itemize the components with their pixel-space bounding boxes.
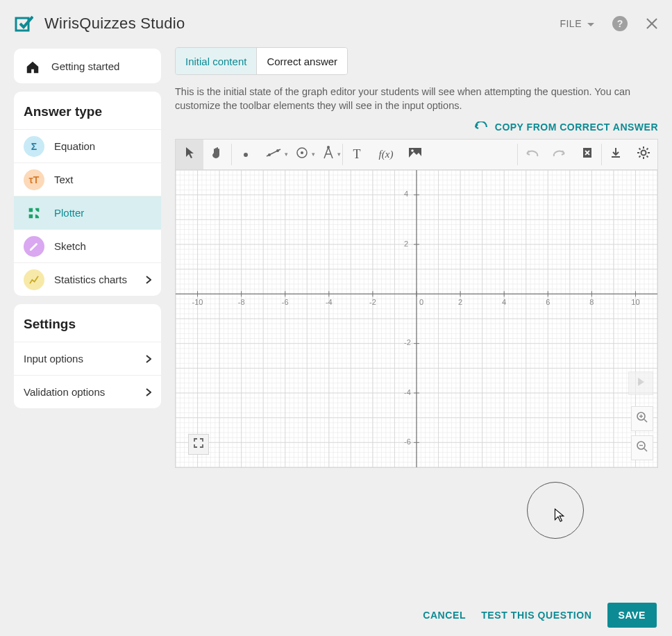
line-tool-dropdown[interactable]: ▾ [260, 140, 289, 169]
settings-input-options[interactable]: Input options [14, 342, 161, 375]
test-question-button[interactable]: TEST THIS QUESTION [481, 610, 591, 621]
hand-icon [212, 147, 223, 162]
tab-initial-content[interactable]: Initial content [176, 48, 257, 74]
play-button[interactable] [628, 371, 653, 395]
answer-type-label: Plotter [54, 207, 84, 219]
app-title: WirisQuizzes Studio [44, 15, 185, 33]
sigma-icon: Σ [24, 136, 44, 157]
getting-started-label: Getting started [51, 60, 119, 72]
caret-down-icon: ▾ [285, 151, 288, 158]
answer-type-statistics[interactable]: Statistics charts [14, 262, 161, 296]
svg-point-7 [327, 146, 330, 149]
content-tabs: Initial content Correct answer [175, 47, 348, 75]
demo-cursor-circle [527, 482, 584, 539]
x-axis-tick-label: 10 [631, 298, 639, 306]
svg-line-251 [644, 449, 647, 451]
getting-started-button[interactable]: Getting started [14, 49, 161, 83]
answer-type-header: Answer type [14, 92, 161, 129]
zoom-out-button[interactable] [631, 435, 653, 460]
image-icon [408, 147, 422, 161]
file-menu-button[interactable]: FILE [560, 18, 594, 29]
svg-line-16 [639, 149, 641, 150]
answer-type-equation[interactable]: Σ Equation [14, 129, 161, 162]
x-axis-tick-label: -6 [282, 298, 289, 306]
x-axis-tick-label: 6 [546, 298, 550, 306]
function-tool-button[interactable]: f(x) [371, 140, 401, 169]
gear-icon [637, 146, 650, 162]
tab-description: This is the initial state of the graph e… [175, 85, 658, 113]
dot-icon [243, 148, 249, 160]
answer-type-plotter[interactable]: Plotter [14, 196, 161, 229]
fullscreen-button[interactable] [188, 434, 209, 455]
answer-type-text[interactable]: τT Text [14, 162, 161, 196]
image-tool-button[interactable] [401, 140, 429, 169]
y-axis-tick-label: -4 [404, 388, 411, 396]
x-axis-tick-label: -4 [326, 298, 333, 306]
plotter-icon [24, 203, 44, 224]
chart-icon [24, 269, 44, 290]
point-tool-button[interactable] [232, 140, 260, 169]
trash-icon [582, 147, 593, 162]
save-button[interactable]: SAVE [607, 603, 657, 628]
settings-tool-button[interactable] [630, 140, 657, 169]
answer-type-sketch[interactable]: Sketch [14, 229, 161, 262]
chevron-right-icon [146, 276, 151, 284]
close-icon[interactable] [646, 17, 658, 30]
compass-tool-dropdown[interactable]: ▾ [317, 140, 342, 169]
svg-line-19 [647, 149, 648, 150]
circle-tool-dropdown[interactable]: ▾ [289, 140, 317, 169]
copy-from-correct-button[interactable]: COPY FROM CORRECT ANSWER [474, 122, 658, 133]
answer-type-label: Equation [54, 140, 95, 152]
text-type-icon: τT [24, 169, 44, 190]
caret-down-icon: ▾ [312, 151, 315, 158]
app-logo-icon [14, 14, 33, 33]
plot-canvas[interactable]: -10-8-6-4-2024681024-2-4-6 [176, 170, 657, 467]
pointer-icon [185, 147, 194, 162]
text-tool-button[interactable]: T [343, 140, 371, 169]
x-axis-tick-label: -8 [238, 298, 245, 306]
circle-point-icon [295, 146, 309, 162]
home-icon [25, 60, 40, 72]
settings-item-label: Validation options [24, 386, 105, 398]
grid-svg [176, 170, 657, 467]
x-axis-tick-label: 0 [419, 298, 423, 306]
caret-down-icon [587, 18, 594, 29]
svg-point-9 [411, 149, 414, 152]
zoom-in-icon [636, 411, 648, 426]
delete-button[interactable] [573, 140, 601, 169]
y-axis-tick-label: -2 [404, 338, 411, 346]
x-axis-tick-label: 4 [502, 298, 506, 306]
svg-line-247 [644, 419, 647, 422]
svg-point-1 [244, 153, 248, 157]
undo-icon [525, 148, 539, 160]
line-icon [265, 148, 282, 160]
copy-label: COPY FROM CORRECT ANSWER [495, 122, 658, 133]
x-axis-tick-label: 8 [589, 298, 594, 306]
hand-tool-button[interactable] [203, 140, 231, 169]
tab-correct-answer[interactable]: Correct answer [257, 48, 347, 74]
svg-point-4 [276, 149, 279, 152]
x-axis-tick-label: -10 [192, 298, 203, 306]
zoom-in-button[interactable] [631, 406, 653, 431]
editor-toolbar: ▾ ▾ ▾ T f(x) [176, 140, 657, 170]
pencil-icon [24, 236, 44, 257]
cancel-button[interactable]: CANCEL [423, 610, 466, 621]
svg-line-18 [639, 156, 641, 158]
download-button[interactable] [602, 140, 630, 169]
download-icon [610, 147, 622, 162]
redo-icon [553, 148, 566, 160]
settings-header: Settings [14, 304, 161, 342]
demo-cursor-icon [553, 508, 564, 525]
answer-type-label: Text [54, 174, 74, 185]
redo-button[interactable] [546, 140, 573, 169]
y-axis-tick-label: 2 [404, 240, 408, 248]
text-t-icon: T [353, 147, 361, 162]
settings-validation-options[interactable]: Validation options [14, 375, 161, 408]
fullscreen-icon [194, 438, 203, 451]
x-axis-tick-label: 2 [458, 298, 462, 306]
help-icon[interactable]: ? [612, 16, 628, 31]
select-tool-button[interactable] [176, 140, 203, 169]
y-axis-tick-label: 4 [404, 190, 408, 198]
undo-button[interactable] [518, 140, 546, 169]
answer-type-label: Sketch [54, 240, 86, 252]
